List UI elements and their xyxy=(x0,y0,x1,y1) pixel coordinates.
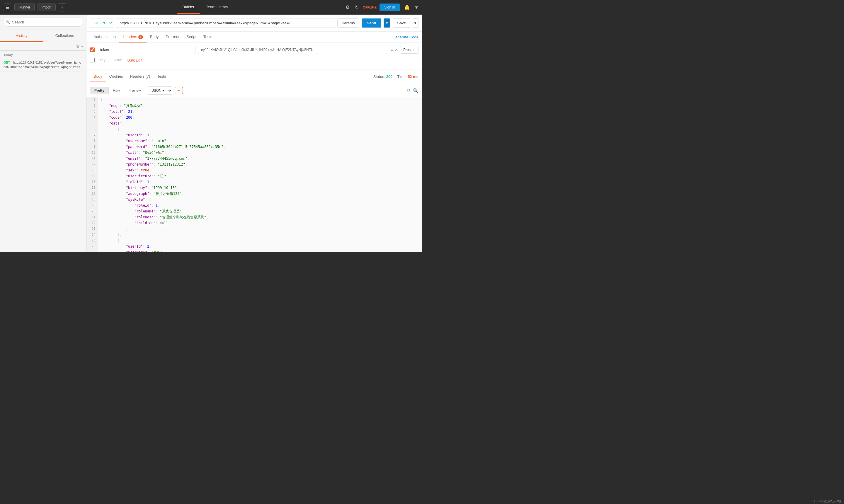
line-content: "password": "2f6b5c3044b271f5c07545aa862… xyxy=(98,144,422,150)
wrap-button[interactable]: ⇌ xyxy=(175,87,183,94)
line-number: 13 xyxy=(87,168,98,174)
line-number: 24 xyxy=(87,232,98,238)
headers-count-badge: 1 xyxy=(138,35,143,39)
runner-button[interactable]: Runner xyxy=(14,3,35,11)
line-number: 25 xyxy=(87,238,98,244)
new-tab-button[interactable]: + xyxy=(58,3,66,12)
send-button[interactable]: Send xyxy=(362,18,381,28)
copy-button[interactable]: ⧉ xyxy=(407,88,410,93)
sign-in-button[interactable]: Sign In xyxy=(379,3,400,11)
generate-code-button[interactable]: Generate Code xyxy=(392,35,418,39)
favorites-icon[interactable]: ♥ xyxy=(414,3,419,11)
time-label: Time: 52 ms xyxy=(397,74,418,79)
line-content: "roleName": "系统管理员", xyxy=(98,209,422,215)
search-icon: 🔍 xyxy=(6,20,10,24)
tab-team-library[interactable]: Team Library xyxy=(200,1,234,14)
header-key-input[interactable] xyxy=(97,46,196,54)
topbar-right: ⚙ ↻ OFFLINE Sign In 🔔 ♥ xyxy=(344,3,419,11)
line-number: 2 xyxy=(87,103,98,109)
presets-button[interactable]: Presets xyxy=(400,46,418,54)
response-header: Body Cookies Headers (7) Tests Status: 2… xyxy=(87,69,422,84)
history-item[interactable]: GET http://127.0.0.1:8181/sysUser?userNa… xyxy=(0,58,86,72)
code-area[interactable]: 1{2 "msg": "操作成功",3 "total": 21,4 "code"… xyxy=(87,97,422,252)
header-value-input[interactable] xyxy=(198,46,388,54)
notification-icon[interactable]: 🔔 xyxy=(403,3,411,11)
tab-collections[interactable]: Collections xyxy=(43,30,86,42)
tab-headers[interactable]: Headers1 xyxy=(119,32,146,42)
params-button[interactable]: Params xyxy=(337,18,359,28)
tab-authorization[interactable]: Authorization xyxy=(90,32,119,42)
topbar-left: ☰ Runner Import + xyxy=(3,3,66,12)
line-number: 27 xyxy=(87,250,98,252)
header-row-token: ≡ ✕ Presets xyxy=(90,46,418,54)
line-number: 4 xyxy=(87,115,98,121)
history-url: http://127.0.0.1:8181/sysUser?userName=&… xyxy=(3,61,81,69)
bulk-edit-button[interactable]: Bulk Edit xyxy=(127,58,142,62)
response-tabs: Body Cookies Headers (7) Tests xyxy=(90,72,170,82)
header-checkbox-empty[interactable] xyxy=(90,58,95,62)
sidebar: 🔍 History Collections 🗑 ▾ Today GET http… xyxy=(0,15,87,252)
line-number: 1 xyxy=(87,97,98,103)
save-dropdown-button[interactable]: ▾ xyxy=(413,18,418,28)
line-number: 6 xyxy=(87,127,98,132)
search-code-button[interactable]: 🔍 xyxy=(413,88,418,93)
settings-icon[interactable]: ⚙ xyxy=(344,3,351,11)
headers-section: ≡ ✕ Presets key value Bulk Edit xyxy=(87,43,422,69)
line-content: "roleDesc": "管理整个影院在线售票系统", xyxy=(98,215,422,220)
sidebar-actions: 🗑 ▾ xyxy=(0,42,86,51)
tab-builder[interactable]: Builder xyxy=(177,1,200,14)
tab-prerequest[interactable]: Pre-request Script xyxy=(162,32,200,42)
tab-resp-body[interactable]: Body xyxy=(90,72,106,82)
line-number: 19 xyxy=(87,203,98,209)
save-button[interactable]: Save xyxy=(393,18,410,28)
tab-tests[interactable]: Tests xyxy=(200,32,216,42)
line-content: }, xyxy=(98,232,422,238)
line-number: 15 xyxy=(87,179,98,185)
code-line: 3 "total": 21, xyxy=(87,109,422,115)
code-line: 19 "roleId": 1, xyxy=(87,203,422,209)
code-line: 7 "userId": 1, xyxy=(87,132,422,138)
tab-resp-cookies[interactable]: Cookies xyxy=(106,72,127,82)
tab-history[interactable]: History xyxy=(0,30,43,42)
line-number: 9 xyxy=(87,144,98,150)
code-line: 25 { xyxy=(87,238,422,244)
response-status: Status: 200 Time: 52 ms xyxy=(373,74,418,79)
status-label: Status: 200 xyxy=(373,74,393,79)
code-line: 12 "phoneNumber": "13111212312", xyxy=(87,162,422,168)
header-delete-button[interactable]: ✕ xyxy=(395,48,398,52)
tab-resp-tests[interactable]: Tests xyxy=(154,72,169,82)
line-number: 12 xyxy=(87,162,98,168)
sidebar-toggle-button[interactable]: ☰ xyxy=(3,3,12,11)
req-tab-group: Authorization Headers1 Body Pre-request … xyxy=(90,32,216,42)
format-preview[interactable]: Preview xyxy=(124,87,145,94)
line-content: "sysRole": { xyxy=(98,197,422,203)
format-raw[interactable]: Raw xyxy=(109,87,124,94)
delete-history-button[interactable]: 🗑 ▾ xyxy=(76,44,83,49)
url-input[interactable] xyxy=(116,18,335,28)
topbar-center: Builder Team Library xyxy=(66,1,344,14)
line-number: 21 xyxy=(87,215,98,220)
header-menu-button[interactable]: ≡ xyxy=(391,48,393,52)
line-content: "userId": 1, xyxy=(98,132,422,138)
format-tabs: Pretty Raw Preview xyxy=(90,87,145,94)
code-line: 21 "roleDesc": "管理整个影院在线售票系统", xyxy=(87,215,422,220)
line-number: 3 xyxy=(87,109,98,115)
import-button[interactable]: Import xyxy=(37,3,56,11)
format-pretty[interactable]: Pretty xyxy=(90,87,109,94)
tab-resp-headers[interactable]: Headers (7) xyxy=(127,72,154,82)
tab-body[interactable]: Body xyxy=(146,32,162,42)
search-bar: 🔍 xyxy=(0,15,86,30)
send-dropdown-button[interactable]: ▾ xyxy=(383,18,390,28)
sync-icon[interactable]: ↻ xyxy=(354,3,360,11)
code-line: 27 "userName": "李四", xyxy=(87,250,422,252)
json-format-select[interactable]: JSON ▾ xyxy=(148,87,172,95)
line-number: 5 xyxy=(87,121,98,127)
line-content: "userName": "admin", xyxy=(98,138,422,144)
line-content: } xyxy=(98,226,422,232)
code-line: 18 "sysRole": { xyxy=(87,197,422,203)
offline-badge: OFFLINE xyxy=(363,5,377,9)
value-placeholder: value xyxy=(111,56,125,64)
header-checkbox[interactable] xyxy=(90,48,95,52)
method-select[interactable]: GET ▾ xyxy=(90,18,113,28)
search-input[interactable] xyxy=(3,18,83,27)
